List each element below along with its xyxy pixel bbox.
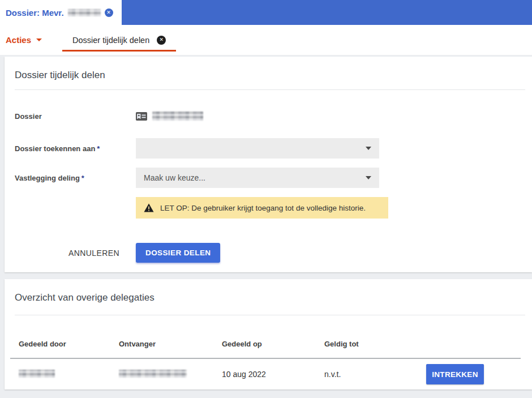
cell-shared-on: 10 aug 2022 — [222, 370, 324, 379]
dossier-field-row: Dossier — [15, 108, 532, 125]
actions-menu-label: Acties — [6, 35, 31, 45]
revoke-button[interactable]: INTREKKEN — [426, 364, 484, 384]
warning-text: LET OP: De gebruiker krijgt toegang tot … — [160, 204, 366, 212]
receiver-redacted — [119, 370, 187, 378]
cancel-button[interactable]: ANNULEREN — [68, 249, 119, 258]
chevron-down-icon — [366, 147, 371, 150]
warning-row: LET OP: De gebruiker krijgt toegang tot … — [15, 197, 532, 219]
header-blue-bar — [122, 0, 532, 25]
recording-select-placeholder: Maak uw keuze... — [144, 173, 205, 182]
panel-title-divider — [15, 315, 525, 315]
dossier-window-tab[interactable]: Dossier: Mevr. ✕ — [0, 0, 122, 25]
cell-shared-by — [19, 370, 119, 379]
delegations-panel-title: Overzicht van overige delegaties — [5, 279, 532, 305]
cancel-area: ANNULEREN — [15, 249, 136, 258]
form-actions-row: ANNULEREN DOSSIER DELEN — [15, 243, 532, 272]
dossier-field-label: Dossier — [15, 112, 136, 121]
assign-select[interactable] — [136, 138, 379, 159]
close-tab-icon[interactable]: ✕ — [157, 36, 166, 45]
panel-title-divider — [15, 89, 525, 90]
dossier-tab-title: Dossier: Mevr. — [6, 8, 64, 18]
col-header-shared-by: Gedeeld door — [19, 340, 119, 348]
dossier-field-value — [136, 112, 203, 121]
recording-label-text: Vastlegging deling — [15, 174, 80, 182]
recording-field-label: Vastlegging deling* — [15, 174, 136, 182]
col-header-shared-on: Gedeeld op — [222, 340, 324, 348]
warning-triangle-icon — [144, 203, 154, 212]
required-asterisk: * — [97, 144, 100, 153]
share-dossier-button[interactable]: DOSSIER DELEN — [136, 243, 220, 263]
window-tab-bar: Dossier: Mevr. ✕ — [0, 0, 532, 25]
caret-down-icon — [36, 38, 42, 41]
assign-field-label: Dossier toekennen aan* — [15, 144, 136, 153]
close-dossier-tab-icon[interactable]: ✕ — [105, 8, 113, 17]
assign-field-row: Dossier toekennen aan* — [15, 138, 532, 159]
col-header-receiver: Ontvanger — [119, 340, 222, 348]
delegations-panel: Overzicht van overige delegaties Gedeeld… — [5, 279, 532, 390]
tab-dossier-tijdelijk-delen[interactable]: Dossier tijdelijk delen ✕ — [62, 25, 176, 55]
required-asterisk: * — [81, 174, 84, 182]
recording-select[interactable]: Maak uw keuze... — [136, 168, 379, 188]
cell-valid-until: n.v.t. — [324, 370, 426, 379]
col-header-valid-until: Geldig tot — [324, 340, 426, 348]
col-header-actions — [426, 340, 532, 348]
share-dossier-panel: Dossier tijdelijk delen Dossier — [5, 57, 532, 272]
share-panel-title: Dossier tijdelijk delen — [5, 57, 532, 83]
contact-card-icon — [136, 112, 147, 121]
dossier-value-redacted — [152, 112, 203, 121]
assign-label-text: Dossier toekennen aan — [15, 144, 95, 153]
cell-receiver — [119, 370, 222, 379]
tab-label: Dossier tijdelijk delen — [72, 36, 149, 45]
delegations-table-header: Gedeeld door Ontvanger Gedeeld op Geldig… — [5, 340, 532, 348]
app-window: Dossier: Mevr. ✕ Acties Dossier tijdelij… — [0, 0, 532, 398]
tab-bar: Acties Dossier tijdelijk delen ✕ — [0, 25, 532, 55]
shared-by-redacted — [19, 370, 55, 378]
actions-menu-button[interactable]: Acties — [0, 25, 50, 55]
delegation-table-row: 10 aug 2022 n.v.t. INTREKKEN — [5, 359, 532, 390]
chevron-down-icon — [366, 176, 371, 179]
dossier-tab-name-redacted — [68, 9, 101, 16]
recording-field-row: Vastlegging deling* Maak uw keuze... — [15, 168, 532, 188]
cell-action: INTREKKEN — [426, 364, 532, 384]
share-form: Dossier Dossier toek — [5, 108, 532, 272]
warning-banner: LET OP: De gebruiker krijgt toegang tot … — [136, 197, 388, 219]
page-body: Dossier tijdelijk delen Dossier — [0, 55, 532, 390]
